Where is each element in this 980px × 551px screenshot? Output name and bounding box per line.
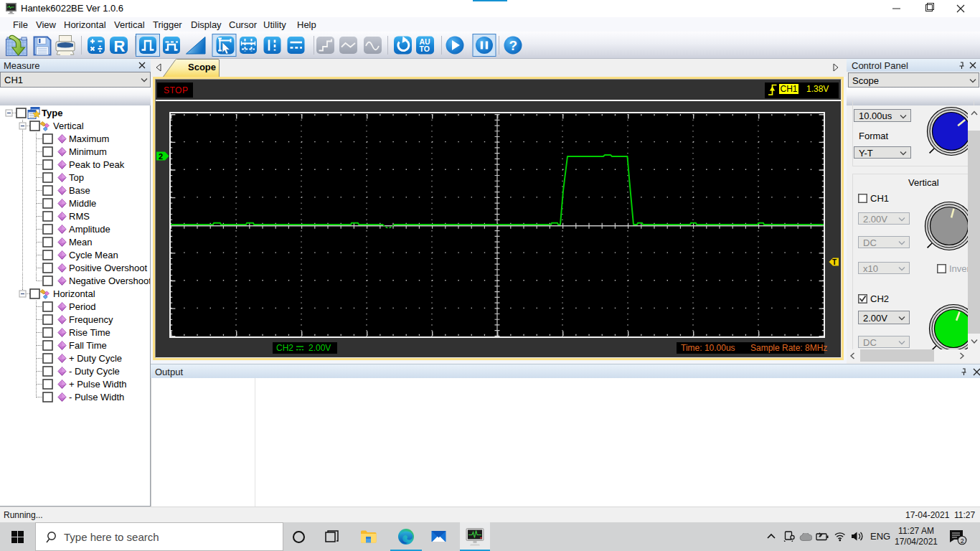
svg-text:- Pulse Width: - Pulse Width [69,392,124,402]
svg-text:?: ? [509,38,518,53]
svg-text:Cycle Mean: Cycle Mean [69,250,118,260]
svg-text:+ Duty Cycle: + Duty Cycle [69,353,122,364]
svg-text:Vertical: Vertical [53,121,84,131]
svg-text:Frequency: Frequency [69,314,113,325]
svg-text:RMS: RMS [69,211,90,222]
svg-text:Amplitude: Amplitude [69,224,110,235]
svg-text:T: T [832,258,837,266]
svg-text:2: 2 [159,152,163,161]
svg-text:TO: TO [420,44,430,53]
svg-text:+ Pulse Width: + Pulse Width [69,379,127,390]
svg-text:Maximum: Maximum [69,133,109,144]
svg-text:Horizontal: Horizontal [53,288,95,299]
svg-text:Mean: Mean [69,237,93,248]
svg-text:R: R [114,37,126,55]
svg-text:- Duty Cycle: - Duty Cycle [69,366,120,377]
svg-text:Minimum: Minimum [69,146,107,157]
svg-text:Base: Base [69,185,90,196]
svg-text:2: 2 [961,537,964,545]
svg-text:Top: Top [69,172,84,183]
svg-text:Period: Period [69,301,96,312]
svg-text:Positive Overshoot: Positive Overshoot [69,263,147,273]
svg-text:Middle: Middle [69,198,96,209]
svg-text:Type: Type [42,108,62,118]
svg-text:Fall Time: Fall Time [69,340,107,351]
svg-text:Peak to Peak: Peak to Peak [69,159,125,170]
svg-text:Negative Overshoot: Negative Overshoot [69,276,150,286]
svg-text:Rise Time: Rise Time [69,327,110,338]
